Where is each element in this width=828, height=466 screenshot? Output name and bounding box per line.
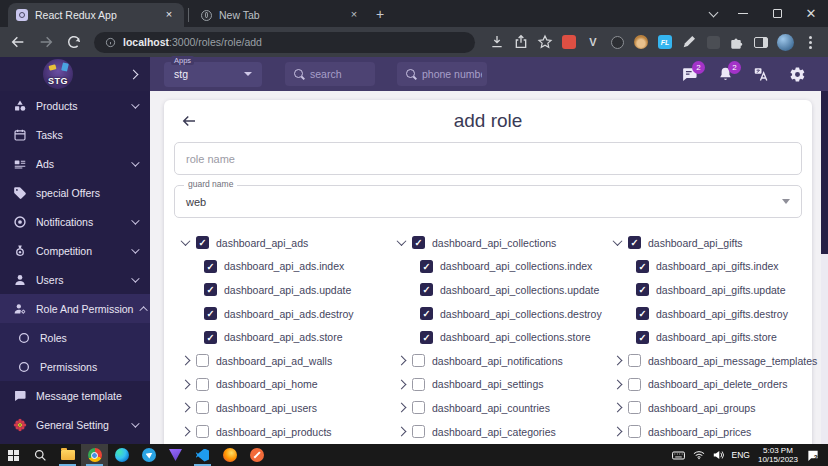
checkbox-checked[interactable]: ✓ <box>204 331 217 344</box>
checkbox-checked[interactable]: ✓ <box>412 236 425 249</box>
extension-disabled-icon[interactable] <box>705 34 721 50</box>
tab-close-icon[interactable]: × <box>162 8 176 22</box>
extension-monkey-icon[interactable] <box>633 34 649 50</box>
extensions-puzzle-icon[interactable] <box>729 34 745 50</box>
apps-select[interactable]: Apps stg <box>164 62 262 87</box>
forward-icon[interactable] <box>38 34 54 50</box>
url-bar[interactable]: localhost:3000/roles/role/add <box>94 32 475 53</box>
sidebar-item-message-template[interactable]: Message template <box>0 381 150 410</box>
sidebar-item-competition[interactable]: Competition <box>0 236 150 265</box>
expand-chevron-icon[interactable] <box>397 403 407 413</box>
expand-chevron-icon[interactable] <box>613 403 623 413</box>
checkbox-checked[interactable]: ✓ <box>204 260 217 273</box>
bookmark-star-icon[interactable] <box>537 34 553 50</box>
expand-chevron-icon[interactable] <box>181 403 191 413</box>
role-name-input[interactable] <box>186 153 790 165</box>
tab-react-redux-app[interactable]: React Redux App × <box>8 3 184 27</box>
checkbox-unchecked[interactable] <box>196 401 209 414</box>
notifications-bell-icon[interactable]: 2 <box>717 66 734 83</box>
checkbox-checked[interactable]: ✓ <box>636 283 649 296</box>
clock[interactable]: 5:03 PM 10/15/2023 <box>758 446 798 464</box>
taskbar-vapp[interactable] <box>162 444 189 466</box>
back-arrow-icon[interactable] <box>180 112 198 130</box>
sidebar-item-general-setting[interactable]: General Setting <box>0 410 150 439</box>
expand-chevron-icon[interactable] <box>613 379 623 389</box>
minimize-button[interactable] <box>726 0 760 27</box>
scrollbar-thumb[interactable] <box>821 91 828 254</box>
checkbox-checked[interactable]: ✓ <box>204 283 217 296</box>
extension-fl-icon[interactable]: FL <box>657 34 673 50</box>
expand-chevron-icon[interactable] <box>613 427 623 437</box>
checkbox-checked[interactable]: ✓ <box>204 307 217 320</box>
sidebar-item-roles[interactable]: Roles <box>0 323 150 352</box>
collapse-chevron-icon[interactable] <box>397 236 407 246</box>
tab-new-tab[interactable]: New Tab × <box>193 3 369 27</box>
taskbar-start[interactable] <box>0 444 27 466</box>
checkbox-unchecked[interactable] <box>628 401 641 414</box>
expand-chevron-icon[interactable] <box>397 356 407 366</box>
search-box[interactable] <box>285 62 375 86</box>
new-tab-button[interactable]: + <box>369 3 391 25</box>
page-scrollbar[interactable] <box>821 91 828 444</box>
language-indicator[interactable]: ENG <box>732 450 750 460</box>
side-panel-icon[interactable] <box>753 34 769 50</box>
extension-pen-icon[interactable] <box>681 34 697 50</box>
maximize-button[interactable] <box>760 0 794 27</box>
volume-icon[interactable] <box>713 446 724 464</box>
sidebar-item-permissions[interactable]: Permissions <box>0 352 150 381</box>
share-icon[interactable] <box>513 34 529 50</box>
translate-icon[interactable] <box>753 66 770 83</box>
checkbox-checked[interactable]: ✓ <box>420 283 433 296</box>
settings-gear-icon[interactable] <box>789 66 806 83</box>
checkbox-checked[interactable]: ✓ <box>196 236 209 249</box>
phone-number-input[interactable] <box>422 68 482 80</box>
extension-dark-circle-icon[interactable] <box>609 34 625 50</box>
checkbox-unchecked[interactable] <box>628 425 641 438</box>
sidebar-item-role-and-permission[interactable]: Role And Permission <box>0 294 150 323</box>
checkbox-unchecked[interactable] <box>628 378 641 391</box>
checkbox-checked[interactable]: ✓ <box>420 307 433 320</box>
taskbar-search[interactable] <box>27 444 54 466</box>
back-icon[interactable] <box>10 34 26 50</box>
taskbar-telegram[interactable] <box>135 444 162 466</box>
sidebar-item-notifications[interactable]: Notifications <box>0 207 150 236</box>
checkbox-checked[interactable]: ✓ <box>636 307 649 320</box>
checkbox-unchecked[interactable] <box>628 354 641 367</box>
sidebar-item-ads[interactable]: Ads <box>0 149 150 178</box>
checkbox-unchecked[interactable] <box>412 425 425 438</box>
search-input[interactable] <box>310 68 370 80</box>
wifi-icon[interactable] <box>693 446 705 464</box>
checkbox-checked[interactable]: ✓ <box>636 260 649 273</box>
messages-icon[interactable]: 2 <box>681 66 698 83</box>
profile-avatar[interactable] <box>777 34 794 51</box>
checkbox-unchecked[interactable] <box>196 378 209 391</box>
expand-chevron-icon[interactable] <box>181 427 191 437</box>
tab-close-icon[interactable]: × <box>347 8 361 22</box>
extension-v-icon[interactable]: V <box>585 34 601 50</box>
checkbox-unchecked[interactable] <box>412 354 425 367</box>
extension-adblock-icon[interactable] <box>561 34 577 50</box>
expand-chevron-icon[interactable] <box>397 427 407 437</box>
browser-menu-icon[interactable] <box>802 34 818 50</box>
collapse-chevron-icon[interactable] <box>613 236 623 246</box>
tab-search-icon[interactable] <box>700 0 726 27</box>
checkbox-unchecked[interactable] <box>196 354 209 367</box>
collapse-chevron-icon[interactable] <box>181 236 191 246</box>
expand-chevron-icon[interactable] <box>397 379 407 389</box>
checkbox-checked[interactable]: ✓ <box>628 236 641 249</box>
sidebar-item-users[interactable]: Users <box>0 265 150 294</box>
guard-name-select[interactable]: guard name web <box>174 185 802 218</box>
phone-search-box[interactable] <box>397 62 487 86</box>
sidebar-item-products[interactable]: Products <box>0 91 150 120</box>
expand-chevron-icon[interactable] <box>613 356 623 366</box>
action-center-icon[interactable]: 29 <box>806 448 821 462</box>
taskbar-firefox[interactable] <box>216 444 243 466</box>
close-button[interactable]: ✕ <box>794 0 828 27</box>
checkbox-unchecked[interactable] <box>412 378 425 391</box>
tray-input-icon[interactable] <box>672 446 685 464</box>
taskbar-orangepen[interactable] <box>243 444 270 466</box>
expand-chevron-icon[interactable] <box>181 356 191 366</box>
reload-icon[interactable] <box>66 34 82 50</box>
taskbar-chrome[interactable] <box>81 444 108 466</box>
checkbox-checked[interactable]: ✓ <box>420 331 433 344</box>
